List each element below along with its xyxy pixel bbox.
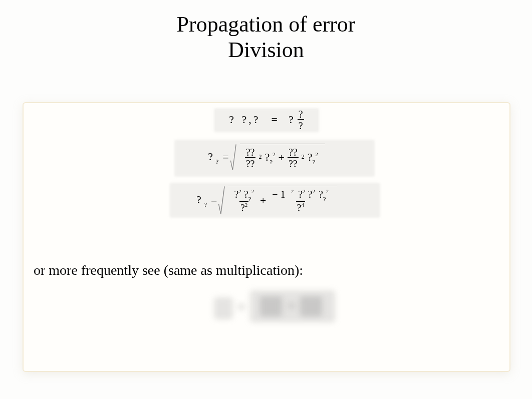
eq1-rhs-frac: ? ? xyxy=(298,109,304,131)
eq2-s2-exp: 2 xyxy=(315,151,318,157)
eq2-lhs-sub: ? xyxy=(216,158,219,165)
note-text: or more frequently see (same as multipli… xyxy=(34,262,303,278)
title-line-1: Propagation of error xyxy=(0,12,532,38)
eq3-t2-denp: 4 xyxy=(301,202,304,208)
eq3-t1-ap: 2 xyxy=(238,188,241,194)
eq2-s1-sub: ? xyxy=(270,158,273,166)
eq3-t1-a: ? xyxy=(234,189,238,200)
eq3-radical: ?2 ??2 ?2 + − xyxy=(221,186,337,215)
eq3-term2-frac: − 1 2 ?2 ?2 ??2 xyxy=(271,189,330,213)
eq1-lhs-arg2: ? xyxy=(253,113,258,126)
eq2-s1-exp: 2 xyxy=(273,151,276,157)
eq3-t2-b: ? xyxy=(298,189,303,200)
eq1-lhs-f: ? xyxy=(229,113,234,126)
eq2-radical: ?? ?? 2 ??2 + ?? xyxy=(233,144,325,171)
eq2-term2-num: ?? xyxy=(288,147,299,157)
eq3-t2-dsub: ? xyxy=(323,195,326,203)
eq3-t2-bp: 2 xyxy=(303,188,306,194)
radical-icon xyxy=(221,186,228,215)
eq2-lhs: ? xyxy=(208,150,213,163)
blurred-equation-4 xyxy=(214,288,344,328)
eq2-term1-den: ?? xyxy=(245,157,256,169)
content-box: ? ? , ? = ? ? ? xyxy=(23,102,510,372)
slide: Propagation of error Division ? ? , ? = … xyxy=(0,12,532,399)
eq1-rhs-num: ? xyxy=(298,109,304,119)
equation-2: ? ? = ?? ?? xyxy=(24,144,509,171)
eq3-term1-frac: ?2 ??2 ?2 xyxy=(233,189,255,213)
eq1-rhs-coef: ? xyxy=(289,113,294,126)
eq2-term1-num: ?? xyxy=(245,147,256,157)
eq3-lhs: ? xyxy=(196,193,201,206)
slide-title: Propagation of error Division xyxy=(0,12,532,63)
equation-area: ? ? , ? = ? ? ? xyxy=(24,103,509,215)
eq2-s2: ? xyxy=(308,151,313,163)
eq3-neg1: − 1 xyxy=(272,189,285,200)
eq2-term2-frac: ?? ?? xyxy=(288,147,299,169)
eq2-s1: ? xyxy=(264,151,270,163)
eq2-term1-exp: 2 xyxy=(258,153,261,160)
eq1-lhs-arg1: ? xyxy=(242,113,247,126)
radical-icon xyxy=(233,144,240,171)
title-line-2: Division xyxy=(0,38,532,63)
eq3-t1-b: ? xyxy=(244,189,248,200)
eq3-t1-bsub: ? xyxy=(248,195,251,203)
eq2-term2-exp: 2 xyxy=(302,153,305,160)
eq1-lhs-comma: , xyxy=(248,113,251,126)
eq3-neg1p: 2 xyxy=(291,188,294,194)
eq2-term2-den: ?? xyxy=(288,157,299,169)
eq3-t2-dp: 2 xyxy=(326,188,329,194)
eq3-t2-d: ? xyxy=(319,189,323,200)
eq2-term1-frac: ?? ?? xyxy=(245,147,256,169)
eq3-t1-denp: 2 xyxy=(245,202,248,208)
eq3-lhs-sub: ? xyxy=(204,201,207,208)
eq2-equals: = xyxy=(222,151,228,164)
eq2-plus: + xyxy=(279,151,285,164)
eq2-s2-sub: ? xyxy=(312,158,315,166)
equation-3: ? ? = ?2 ??2 xyxy=(24,186,509,215)
eq3-plus: + xyxy=(260,194,266,207)
eq3-t1-den: ? xyxy=(240,202,245,213)
equation-1: ? ? , ? = ? ? ? xyxy=(24,109,509,131)
eq1-equals: = xyxy=(272,113,278,126)
eq3-t2-cp: 2 xyxy=(312,188,315,194)
eq3-equals: = xyxy=(211,194,217,207)
eq1-rhs-den: ? xyxy=(298,119,304,131)
eq3-t1-bp: 2 xyxy=(251,188,254,194)
